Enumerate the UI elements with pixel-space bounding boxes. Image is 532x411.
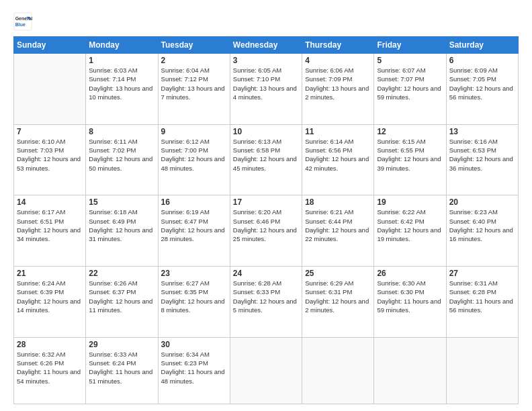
calendar-cell: 19Sunrise: 6:22 AMSunset: 6:42 PMDayligh… (374, 195, 446, 267)
day-info: Sunrise: 6:32 AMSunset: 6:26 PMDaylight:… (17, 350, 83, 385)
day-info: Sunrise: 6:18 AMSunset: 6:49 PMDaylight:… (89, 208, 154, 243)
day-number: 9 (161, 127, 227, 136)
day-info: Sunrise: 6:21 AMSunset: 6:44 PMDaylight:… (305, 208, 371, 243)
weekday-header: Saturday (446, 37, 518, 54)
day-number: 1 (89, 56, 154, 65)
day-info: Sunrise: 6:12 AMSunset: 7:00 PMDaylight:… (161, 137, 227, 173)
day-number: 24 (233, 269, 299, 278)
calendar-cell: 3Sunrise: 6:05 AMSunset: 7:10 PMDaylight… (230, 54, 302, 125)
day-info: Sunrise: 6:22 AMSunset: 6:42 PMDaylight:… (377, 208, 443, 243)
calendar-cell (14, 54, 86, 125)
weekday-header: Wednesday (230, 37, 302, 54)
calendar-cell: 16Sunrise: 6:19 AMSunset: 6:47 PMDayligh… (158, 195, 230, 267)
calendar-cell: 2Sunrise: 6:04 AMSunset: 7:12 PMDaylight… (158, 54, 230, 125)
day-number: 19 (377, 197, 443, 207)
calendar-cell: 28Sunrise: 6:32 AMSunset: 6:26 PMDayligh… (14, 337, 86, 404)
day-number: 13 (449, 127, 515, 136)
day-info: Sunrise: 6:23 AMSunset: 6:40 PMDaylight:… (449, 208, 515, 243)
calendar-cell: 10Sunrise: 6:13 AMSunset: 6:58 PMDayligh… (230, 124, 302, 195)
day-info: Sunrise: 6:29 AMSunset: 6:31 PMDaylight:… (305, 279, 371, 314)
day-info: Sunrise: 6:04 AMSunset: 7:12 PMDaylight:… (161, 66, 227, 101)
page: General Blue SundayMondayTuesdayWednesda… (0, 0, 532, 411)
day-info: Sunrise: 6:24 AMSunset: 6:39 PMDaylight:… (17, 279, 83, 314)
calendar-cell: 29Sunrise: 6:33 AMSunset: 6:24 PMDayligh… (86, 337, 158, 404)
day-number: 10 (233, 127, 299, 136)
day-info: Sunrise: 6:10 AMSunset: 7:03 PMDaylight:… (17, 137, 83, 173)
day-number: 4 (305, 56, 371, 65)
day-number: 12 (377, 127, 443, 136)
day-info: Sunrise: 6:33 AMSunset: 6:24 PMDaylight:… (89, 350, 154, 385)
day-number: 16 (161, 197, 227, 207)
day-info: Sunrise: 6:16 AMSunset: 6:53 PMDaylight:… (449, 137, 515, 173)
calendar-cell: 14Sunrise: 6:17 AMSunset: 6:51 PMDayligh… (14, 195, 86, 267)
day-number: 21 (17, 269, 83, 278)
calendar-header-row: SundayMondayTuesdayWednesdayThursdayFrid… (14, 37, 519, 54)
calendar-cell: 11Sunrise: 6:14 AMSunset: 6:56 PMDayligh… (302, 124, 374, 195)
calendar-cell: 8Sunrise: 6:11 AMSunset: 7:02 PMDaylight… (86, 124, 158, 195)
calendar-cell: 6Sunrise: 6:09 AMSunset: 7:05 PMDaylight… (446, 54, 518, 125)
calendar-week-row: 14Sunrise: 6:17 AMSunset: 6:51 PMDayligh… (14, 195, 519, 267)
day-number: 17 (233, 197, 299, 207)
day-number: 22 (89, 269, 154, 278)
day-info: Sunrise: 6:06 AMSunset: 7:09 PMDaylight:… (305, 66, 371, 101)
calendar-cell: 25Sunrise: 6:29 AMSunset: 6:31 PMDayligh… (302, 266, 374, 337)
calendar-cell: 13Sunrise: 6:16 AMSunset: 6:53 PMDayligh… (446, 124, 518, 195)
logo-icon: General Blue (13, 12, 32, 31)
day-info: Sunrise: 6:34 AMSunset: 6:23 PMDaylight:… (161, 350, 227, 385)
calendar-cell: 7Sunrise: 6:10 AMSunset: 7:03 PMDaylight… (14, 124, 86, 195)
day-info: Sunrise: 6:09 AMSunset: 7:05 PMDaylight:… (449, 66, 515, 101)
day-number: 7 (17, 127, 83, 136)
day-number: 25 (305, 269, 371, 278)
day-info: Sunrise: 6:20 AMSunset: 6:46 PMDaylight:… (233, 208, 299, 243)
weekday-header: Tuesday (158, 37, 230, 54)
calendar-cell: 18Sunrise: 6:21 AMSunset: 6:44 PMDayligh… (302, 195, 374, 267)
svg-rect-0 (14, 13, 32, 30)
day-info: Sunrise: 6:28 AMSunset: 6:33 PMDaylight:… (233, 279, 299, 314)
day-number: 29 (89, 340, 154, 349)
day-number: 27 (449, 269, 515, 278)
day-number: 28 (17, 340, 83, 349)
day-info: Sunrise: 6:13 AMSunset: 6:58 PMDaylight:… (233, 137, 299, 173)
calendar-cell: 23Sunrise: 6:27 AMSunset: 6:35 PMDayligh… (158, 266, 230, 337)
calendar-week-row: 1Sunrise: 6:03 AMSunset: 7:14 PMDaylight… (14, 54, 519, 125)
day-number: 30 (161, 340, 227, 349)
day-info: Sunrise: 6:11 AMSunset: 7:02 PMDaylight:… (89, 137, 154, 173)
day-info: Sunrise: 6:14 AMSunset: 6:56 PMDaylight:… (305, 137, 371, 173)
day-number: 8 (89, 127, 154, 136)
day-number: 23 (161, 269, 227, 278)
day-info: Sunrise: 6:31 AMSunset: 6:28 PMDaylight:… (449, 279, 515, 314)
calendar-cell: 26Sunrise: 6:30 AMSunset: 6:30 PMDayligh… (374, 266, 446, 337)
calendar-cell: 27Sunrise: 6:31 AMSunset: 6:28 PMDayligh… (446, 266, 518, 337)
day-number: 11 (305, 127, 371, 136)
logo: General Blue (13, 12, 32, 31)
day-info: Sunrise: 6:17 AMSunset: 6:51 PMDaylight:… (17, 208, 83, 243)
svg-text:Blue: Blue (15, 22, 26, 27)
calendar-cell (446, 337, 518, 404)
day-number: 20 (449, 197, 515, 207)
calendar-cell: 20Sunrise: 6:23 AMSunset: 6:40 PMDayligh… (446, 195, 518, 267)
calendar-cell: 22Sunrise: 6:26 AMSunset: 6:37 PMDayligh… (86, 266, 158, 337)
calendar-cell: 4Sunrise: 6:06 AMSunset: 7:09 PMDaylight… (302, 54, 374, 125)
calendar-cell: 24Sunrise: 6:28 AMSunset: 6:33 PMDayligh… (230, 266, 302, 337)
day-number: 5 (377, 56, 443, 65)
day-info: Sunrise: 6:15 AMSunset: 6:55 PMDaylight:… (377, 137, 443, 173)
day-number: 15 (89, 197, 154, 207)
day-info: Sunrise: 6:19 AMSunset: 6:47 PMDaylight:… (161, 208, 227, 243)
calendar-cell: 9Sunrise: 6:12 AMSunset: 7:00 PMDaylight… (158, 124, 230, 195)
calendar: SundayMondayTuesdayWednesdayThursdayFrid… (13, 36, 519, 404)
calendar-week-row: 28Sunrise: 6:32 AMSunset: 6:26 PMDayligh… (14, 337, 519, 404)
day-info: Sunrise: 6:30 AMSunset: 6:30 PMDaylight:… (377, 279, 443, 314)
day-info: Sunrise: 6:03 AMSunset: 7:14 PMDaylight:… (89, 66, 154, 101)
calendar-cell (230, 337, 302, 404)
day-number: 2 (161, 56, 227, 65)
header: General Blue (13, 12, 519, 31)
calendar-cell: 12Sunrise: 6:15 AMSunset: 6:55 PMDayligh… (374, 124, 446, 195)
calendar-cell: 30Sunrise: 6:34 AMSunset: 6:23 PMDayligh… (158, 337, 230, 404)
day-number: 18 (305, 197, 371, 207)
day-info: Sunrise: 6:26 AMSunset: 6:37 PMDaylight:… (89, 279, 154, 314)
weekday-header: Friday (374, 37, 446, 54)
day-info: Sunrise: 6:07 AMSunset: 7:07 PMDaylight:… (377, 66, 443, 101)
calendar-cell: 5Sunrise: 6:07 AMSunset: 7:07 PMDaylight… (374, 54, 446, 125)
weekday-header: Thursday (302, 37, 374, 54)
calendar-week-row: 7Sunrise: 6:10 AMSunset: 7:03 PMDaylight… (14, 124, 519, 195)
